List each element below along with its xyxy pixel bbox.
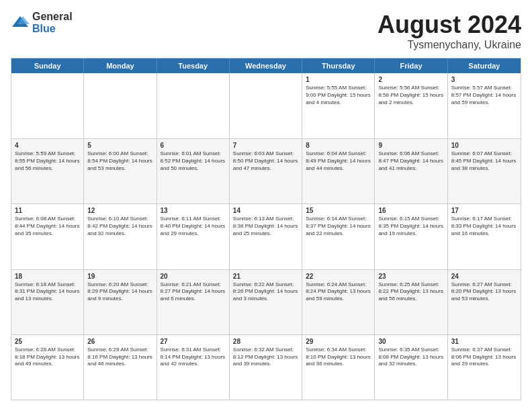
cell-date-number: 26 [87, 338, 152, 345]
header: General Blue August 2024 Tysmenychany, U… [11, 11, 521, 51]
cell-info: Sunrise: 5:55 AM Sunset: 9:00 PM Dayligh… [306, 85, 371, 106]
cell-info: Sunrise: 6:03 AM Sunset: 8:50 PM Dayligh… [233, 150, 298, 172]
cell-date-number: 28 [233, 338, 298, 345]
calendar-day-cell: 26Sunrise: 6:29 AM Sunset: 8:16 PM Dayli… [84, 335, 157, 400]
cell-info: Sunrise: 6:04 AM Sunset: 8:49 PM Dayligh… [306, 150, 371, 172]
page: General Blue August 2024 Tysmenychany, U… [0, 0, 532, 411]
logo-text: General Blue [32, 11, 73, 34]
calendar-row: 1Sunrise: 5:55 AM Sunset: 9:00 PM Daylig… [11, 73, 521, 138]
cell-info: Sunrise: 6:08 AM Sunset: 8:44 PM Dayligh… [15, 216, 80, 237]
title-month: August 2024 [378, 11, 521, 39]
calendar-day-cell: 27Sunrise: 6:31 AM Sunset: 8:14 PM Dayli… [157, 335, 230, 400]
cell-date-number: 10 [451, 142, 517, 149]
cell-info: Sunrise: 6:18 AM Sunset: 8:31 PM Dayligh… [15, 281, 80, 303]
empty-cell [157, 73, 230, 138]
cell-date-number: 5 [87, 142, 152, 149]
empty-cell [84, 73, 157, 138]
cell-info: Sunrise: 5:56 AM Sunset: 8:58 PM Dayligh… [378, 85, 443, 106]
calendar-day-cell: 6Sunrise: 6:01 AM Sunset: 8:52 PM Daylig… [157, 139, 230, 203]
logo-blue: Blue [32, 23, 73, 35]
cell-date-number: 20 [161, 273, 226, 280]
cell-date-number: 6 [161, 142, 226, 149]
calendar-day-cell: 13Sunrise: 6:11 AM Sunset: 8:40 PM Dayli… [157, 204, 230, 269]
cell-info: Sunrise: 5:59 AM Sunset: 8:55 PM Dayligh… [15, 150, 80, 172]
calendar-row: 18Sunrise: 6:18 AM Sunset: 8:31 PM Dayli… [11, 269, 521, 334]
logo-general: General [32, 11, 73, 23]
logo-icon [11, 13, 30, 32]
cell-date-number: 4 [15, 142, 80, 149]
cell-info: Sunrise: 6:22 AM Sunset: 8:26 PM Dayligh… [233, 281, 298, 303]
cell-date-number: 15 [306, 207, 371, 214]
cell-date-number: 25 [15, 338, 80, 345]
cell-date-number: 30 [378, 338, 443, 345]
calendar-day-cell: 16Sunrise: 6:15 AM Sunset: 8:35 PM Dayli… [375, 204, 447, 269]
cell-info: Sunrise: 6:25 AM Sunset: 8:22 PM Dayligh… [378, 281, 443, 303]
calendar-day-cell: 4Sunrise: 5:59 AM Sunset: 8:55 PM Daylig… [11, 139, 84, 203]
cell-info: Sunrise: 6:11 AM Sunset: 8:40 PM Dayligh… [161, 216, 226, 237]
cell-date-number: 8 [306, 142, 371, 149]
cell-info: Sunrise: 6:15 AM Sunset: 8:35 PM Dayligh… [378, 216, 443, 237]
cell-info: Sunrise: 6:17 AM Sunset: 8:33 PM Dayligh… [451, 216, 517, 237]
cell-info: Sunrise: 5:57 AM Sunset: 8:57 PM Dayligh… [451, 85, 517, 106]
weekday-header: Saturday [448, 58, 521, 73]
title-block: August 2024 Tysmenychany, Ukraine [378, 11, 521, 51]
calendar-day-cell: 7Sunrise: 6:03 AM Sunset: 8:50 PM Daylig… [230, 139, 302, 203]
logo: General Blue [11, 11, 73, 34]
calendar-day-cell: 21Sunrise: 6:22 AM Sunset: 8:26 PM Dayli… [230, 270, 302, 334]
cell-date-number: 24 [451, 273, 517, 280]
cell-date-number: 29 [306, 338, 371, 345]
empty-cell [230, 73, 302, 138]
cell-date-number: 1 [306, 76, 371, 83]
cell-info: Sunrise: 6:24 AM Sunset: 8:24 PM Dayligh… [306, 281, 371, 303]
cell-date-number: 14 [233, 207, 298, 214]
title-location: Tysmenychany, Ukraine [378, 39, 521, 51]
calendar-day-cell: 29Sunrise: 6:34 AM Sunset: 8:10 PM Dayli… [302, 335, 375, 400]
cell-info: Sunrise: 6:32 AM Sunset: 8:12 PM Dayligh… [233, 347, 298, 368]
cell-date-number: 21 [233, 273, 298, 280]
cell-info: Sunrise: 6:29 AM Sunset: 8:16 PM Dayligh… [87, 347, 152, 368]
weekday-header: Friday [375, 58, 447, 73]
cell-date-number: 3 [451, 76, 517, 83]
cell-date-number: 31 [451, 338, 517, 345]
calendar-day-cell: 2Sunrise: 5:56 AM Sunset: 8:58 PM Daylig… [375, 73, 447, 138]
cell-info: Sunrise: 6:01 AM Sunset: 8:52 PM Dayligh… [161, 150, 226, 172]
weekday-header: Wednesday [230, 58, 302, 73]
calendar-day-cell: 11Sunrise: 6:08 AM Sunset: 8:44 PM Dayli… [11, 204, 84, 269]
weekday-header: Thursday [302, 58, 375, 73]
cell-info: Sunrise: 6:37 AM Sunset: 8:06 PM Dayligh… [451, 347, 517, 368]
cell-info: Sunrise: 6:21 AM Sunset: 8:27 PM Dayligh… [161, 281, 226, 303]
calendar-day-cell: 28Sunrise: 6:32 AM Sunset: 8:12 PM Dayli… [230, 335, 302, 400]
calendar-day-cell: 12Sunrise: 6:10 AM Sunset: 8:42 PM Dayli… [84, 204, 157, 269]
cell-date-number: 16 [378, 207, 443, 214]
cell-date-number: 7 [233, 142, 298, 149]
cell-info: Sunrise: 6:10 AM Sunset: 8:42 PM Dayligh… [87, 216, 152, 237]
calendar-day-cell: 30Sunrise: 6:35 AM Sunset: 8:08 PM Dayli… [375, 335, 447, 400]
calendar-day-cell: 18Sunrise: 6:18 AM Sunset: 8:31 PM Dayli… [11, 270, 84, 334]
calendar-day-cell: 1Sunrise: 5:55 AM Sunset: 9:00 PM Daylig… [302, 73, 375, 138]
cell-info: Sunrise: 6:27 AM Sunset: 8:20 PM Dayligh… [451, 281, 517, 303]
empty-cell [11, 73, 84, 138]
calendar-day-cell: 19Sunrise: 6:20 AM Sunset: 8:29 PM Dayli… [84, 270, 157, 334]
cell-date-number: 2 [378, 76, 443, 83]
cell-date-number: 27 [161, 338, 226, 345]
cell-info: Sunrise: 6:28 AM Sunset: 8:18 PM Dayligh… [15, 347, 80, 368]
calendar-row: 25Sunrise: 6:28 AM Sunset: 8:18 PM Dayli… [11, 334, 521, 400]
calendar-day-cell: 10Sunrise: 6:07 AM Sunset: 8:45 PM Dayli… [448, 139, 521, 203]
calendar-day-cell: 20Sunrise: 6:21 AM Sunset: 8:27 PM Dayli… [157, 270, 230, 334]
calendar-day-cell: 9Sunrise: 6:06 AM Sunset: 8:47 PM Daylig… [375, 139, 447, 203]
calendar-day-cell: 17Sunrise: 6:17 AM Sunset: 8:33 PM Dayli… [448, 204, 521, 269]
calendar-day-cell: 14Sunrise: 6:13 AM Sunset: 8:38 PM Dayli… [230, 204, 302, 269]
calendar-header: SundayMondayTuesdayWednesdayThursdayFrid… [11, 58, 521, 73]
cell-date-number: 12 [87, 207, 152, 214]
weekday-header: Sunday [11, 58, 84, 73]
cell-date-number: 13 [161, 207, 226, 214]
calendar-day-cell: 25Sunrise: 6:28 AM Sunset: 8:18 PM Dayli… [11, 335, 84, 400]
weekday-header: Monday [84, 58, 157, 73]
cell-info: Sunrise: 6:20 AM Sunset: 8:29 PM Dayligh… [87, 281, 152, 303]
calendar-day-cell: 8Sunrise: 6:04 AM Sunset: 8:49 PM Daylig… [302, 139, 375, 203]
cell-date-number: 22 [306, 273, 371, 280]
calendar-day-cell: 31Sunrise: 6:37 AM Sunset: 8:06 PM Dayli… [448, 335, 521, 400]
cell-info: Sunrise: 6:00 AM Sunset: 8:54 PM Dayligh… [87, 150, 152, 172]
calendar-day-cell: 5Sunrise: 6:00 AM Sunset: 8:54 PM Daylig… [84, 139, 157, 203]
cell-date-number: 23 [378, 273, 443, 280]
